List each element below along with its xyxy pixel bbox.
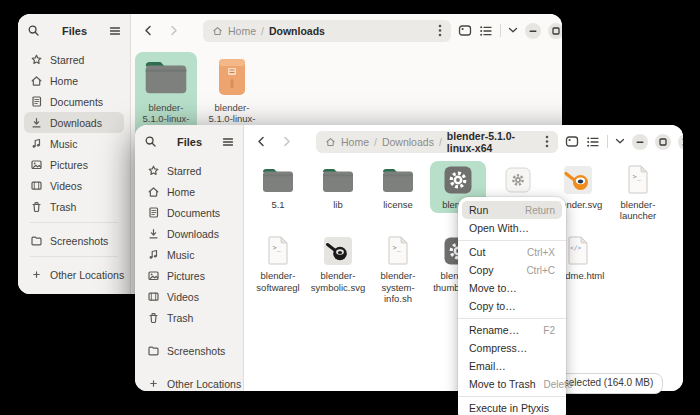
path-menu-kebab-icon[interactable] [428, 24, 442, 37]
menu-item-run[interactable]: RunReturn [462, 201, 562, 219]
maximize-button[interactable] [548, 23, 562, 39]
menu-item-execute-in-ptyxis[interactable]: Execute in Ptyxis [462, 399, 562, 415]
divider [500, 24, 501, 37]
sidebar-item-music[interactable]: Music [24, 133, 124, 154]
file-blender-system-info[interactable]: >_ blender-system-info.sh [370, 232, 426, 307]
sidebar-item-downloads[interactable]: Downloads [141, 223, 237, 244]
breadcrumb-current[interactable]: blender-5.1.0-linux-x64 [447, 130, 530, 154]
svg-text:>_: >_ [393, 244, 402, 252]
sidebar-label: Downloads [50, 117, 102, 129]
menu-item-shortcut: Return [517, 205, 555, 216]
file-label: 5.1 [271, 199, 284, 210]
sidebar-item-other-locations[interactable]: Other Locations [141, 373, 237, 391]
desktop-file-gear-icon [505, 163, 531, 197]
new-tab-icon[interactable] [458, 24, 472, 37]
file-lib-folder[interactable]: lib [310, 161, 366, 213]
back-button[interactable] [139, 22, 157, 40]
breadcrumb-separator: / [439, 136, 442, 148]
sidebar-label: Screenshots [167, 345, 225, 357]
app-title: Files [163, 136, 216, 148]
sidebar-item-home[interactable]: Home [24, 70, 124, 91]
view-options-chevron-icon[interactable] [615, 138, 625, 145]
menu-item-cut[interactable]: CutCtrl+X [462, 243, 562, 261]
sidebar-item-videos[interactable]: Videos [24, 175, 124, 196]
sidebar-label: Trash [50, 201, 76, 213]
sidebar-item-screenshots[interactable]: Screenshots [141, 340, 237, 361]
file-blender-launcher[interactable]: >_ blender-launcher [610, 161, 666, 224]
breadcrumb[interactable]: Home / Downloads [203, 20, 451, 42]
back-sidebar-header: Files [18, 14, 130, 47]
sidebar-item-documents[interactable]: Documents [141, 202, 237, 223]
search-icon[interactable] [144, 135, 157, 148]
sidebar-item-pictures[interactable]: Pictures [141, 265, 237, 286]
forward-button[interactable] [164, 22, 182, 40]
sidebar-label: Videos [167, 291, 199, 303]
menu-item-label: Compress… [469, 342, 527, 354]
sidebar-item-documents[interactable]: Documents [24, 91, 124, 112]
menu-item-move-to[interactable]: Move to… [462, 279, 562, 297]
sidebar-divider [30, 256, 118, 257]
sidebar-item-trash[interactable]: Trash [24, 196, 124, 217]
breadcrumb-current[interactable]: Downloads [269, 25, 325, 37]
new-tab-icon[interactable] [565, 135, 579, 148]
breadcrumb[interactable]: Home / Downloads / blender-5.1.0-linux-x… [316, 131, 558, 153]
minimize-button[interactable] [632, 134, 648, 150]
front-headerbar: Home / Downloads / blender-5.1.0-linux-x… [244, 125, 683, 158]
context-menu: RunReturn Open With… CutCtrl+X CopyCtrl+… [458, 197, 566, 415]
sidebar-item-videos[interactable]: Videos [141, 286, 237, 307]
sidebar-label: Other Locations [50, 269, 124, 281]
view-options-chevron-icon[interactable] [508, 27, 518, 34]
script-file-icon: >_ [626, 163, 650, 197]
sidebar-item-pictures[interactable]: Pictures [24, 154, 124, 175]
sidebar-label: Trash [167, 312, 193, 324]
menu-item-copy-to[interactable]: Copy to… [462, 297, 562, 315]
hamburger-menu-icon[interactable] [222, 136, 234, 148]
path-menu-kebab-icon[interactable] [535, 135, 549, 148]
file-label: blender-softwaregl [250, 270, 306, 292]
minimize-button[interactable] [525, 23, 541, 39]
hamburger-menu-icon[interactable] [109, 25, 121, 37]
breadcrumb-downloads[interactable]: Downloads [382, 136, 434, 148]
forward-button[interactable] [277, 133, 295, 151]
menu-item-label: Move to… [469, 282, 517, 294]
maximize-button[interactable] [655, 134, 671, 150]
menu-item-open-with[interactable]: Open With… [462, 219, 562, 237]
folder-icon [143, 54, 189, 100]
file-label: blender-system-info.sh [370, 270, 426, 304]
sidebar-item-music[interactable]: Music [141, 244, 237, 265]
sidebar-item-downloads[interactable]: Downloads [24, 112, 124, 133]
back-button[interactable] [252, 133, 270, 151]
sidebar-item-starred[interactable]: Starred [24, 49, 124, 70]
menu-item-copy[interactable]: CopyCtrl+C [462, 261, 562, 279]
breadcrumb-home[interactable]: Home [228, 25, 256, 37]
folder-icon [381, 163, 415, 197]
search-icon[interactable] [27, 24, 40, 37]
file-51-folder[interactable]: 5.1 [250, 161, 306, 213]
breadcrumb-home[interactable]: Home [341, 136, 369, 148]
file-blender-softwaregl[interactable]: >_ blender-softwaregl [250, 232, 306, 295]
sidebar-item-other-locations[interactable]: Other Locations [24, 264, 124, 285]
sidebar-divider [30, 222, 118, 223]
file-license-folder[interactable]: license [370, 161, 426, 213]
sidebar-item-trash[interactable]: Trash [141, 307, 237, 328]
sidebar-item-starred[interactable]: Starred [141, 160, 237, 181]
file-blender-symbolic-svg[interactable]: blender-symbolic.svg [310, 232, 366, 295]
menu-item-shortcut: F2 [535, 325, 555, 336]
menu-item-shortcut: Delete [536, 379, 573, 390]
menu-item-email[interactable]: Email… [462, 357, 562, 375]
back-headerbar: Home / Downloads [131, 14, 562, 47]
sidebar-label: Screenshots [50, 235, 108, 247]
menu-item-label: Rename… [469, 324, 519, 336]
svg-text:>_: >_ [273, 244, 282, 252]
menu-item-label: Execute in Ptyxis [469, 402, 549, 414]
sidebar-label: Pictures [50, 159, 88, 171]
menu-item-move-to-trash[interactable]: Move to TrashDelete [462, 375, 562, 393]
sidebar-label: Starred [50, 54, 84, 66]
sidebar-item-screenshots[interactable]: Screenshots [24, 230, 124, 251]
close-button[interactable] [678, 134, 683, 150]
menu-item-compress[interactable]: Compress… [462, 339, 562, 357]
sidebar-item-home[interactable]: Home [141, 181, 237, 202]
list-view-icon[interactable] [586, 136, 600, 148]
menu-item-rename[interactable]: Rename…F2 [462, 321, 562, 339]
list-view-icon[interactable] [479, 25, 493, 37]
